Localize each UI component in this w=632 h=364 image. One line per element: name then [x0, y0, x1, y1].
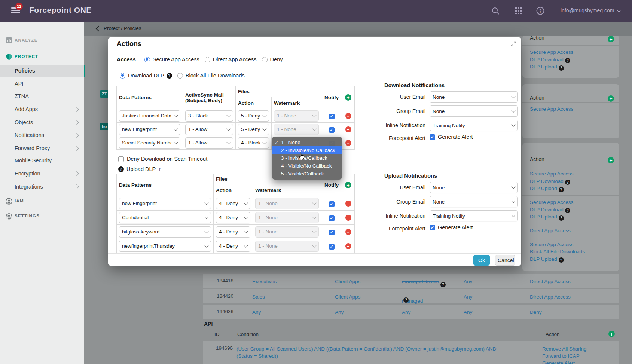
row-link[interactable]: Any [335, 309, 344, 316]
sidebar-section-settings[interactable]: SETTINGS [15, 214, 40, 218]
row-link[interactable]: Client Apps [335, 293, 360, 301]
menu-item[interactable]: 3 - Invisible/Callback [272, 154, 342, 162]
action-link[interactable]: Direct App Access [530, 227, 619, 235]
sidebar-item-add-apps[interactable]: Add Apps [15, 106, 38, 112]
watermark-select[interactable]: 1 - None [255, 198, 319, 209]
sidebar-item-ztna[interactable]: ZTNA [15, 93, 29, 99]
watermark-select[interactable]: 1 - None [255, 226, 319, 238]
data-pattern-select[interactable]: bitglass-keyword [119, 226, 211, 238]
file-action-select[interactable]: 4 - Deny [216, 241, 250, 252]
help-icon[interactable]: ? [559, 215, 564, 221]
data-pattern-select[interactable]: Social Security Number [119, 137, 180, 149]
activesync-select[interactable]: 1 - Allow [185, 137, 233, 149]
action-link[interactable]: Secure App Access [530, 241, 619, 248]
action-link[interactable]: DLP Download? [530, 206, 619, 214]
notify-checkbox[interactable]: ✓ [329, 244, 335, 250]
action-link[interactable]: DLP Upload? [530, 213, 619, 221]
help-icon[interactable]: ? [565, 180, 570, 185]
add-action-icon[interactable]: + [608, 157, 614, 163]
help-icon[interactable]: ? [559, 257, 564, 263]
file-action-select[interactable]: 5 - Deny [238, 110, 269, 122]
row-action-link[interactable]: Remove All Sharing [542, 345, 587, 353]
help-icon[interactable]: ? [565, 208, 570, 213]
data-pattern-select[interactable]: new Fingerprint [119, 124, 180, 135]
help-icon[interactable]: ? [565, 58, 570, 63]
row-action-link[interactable]: Forward to ICAP [542, 352, 580, 360]
action-link[interactable]: DLP Upload? [530, 185, 619, 192]
help-icon[interactable]: ? [167, 73, 172, 79]
app-grid-icon[interactable] [514, 6, 523, 15]
action-link[interactable]: Secure App Access [530, 49, 619, 56]
group-email-select[interactable]: None [430, 105, 518, 117]
remove-row-icon[interactable]: − [345, 243, 351, 249]
expand-icon[interactable] [510, 41, 516, 48]
row-action-link[interactable]: Direct App Access [530, 293, 571, 301]
help-icon[interactable]: ? [118, 166, 124, 172]
radio-download-dlp[interactable] [120, 73, 125, 79]
add-action-icon[interactable]: + [608, 331, 615, 337]
remove-row-icon[interactable]: − [345, 113, 351, 119]
back-chevron-icon[interactable] [96, 26, 102, 32]
account-menu[interactable]: info@mugsbymeg.com [561, 7, 620, 13]
sidebar-section-iam[interactable]: IAM [15, 199, 24, 203]
menu-item[interactable]: 5 - Visible/Callback [272, 170, 342, 178]
remove-row-icon[interactable]: − [345, 201, 351, 207]
sidebar-item-forward-proxy[interactable]: Forward Proxy [15, 145, 50, 151]
watermark-select[interactable]: 1 - None [255, 241, 319, 252]
remove-row-icon[interactable]: − [345, 229, 351, 235]
action-link[interactable]: DLP Upload? [530, 63, 619, 71]
inline-notification-select[interactable]: Training Notify [430, 210, 518, 221]
sidebar-item-notifications[interactable]: Notifications [15, 132, 44, 138]
data-pattern-select[interactable]: Confidential [119, 212, 211, 223]
radio-direct-app-access[interactable] [205, 57, 210, 62]
activesync-select[interactable]: 3 - Block [185, 110, 233, 122]
remove-row-icon[interactable]: − [345, 140, 351, 146]
data-pattern-select[interactable]: new Fingerprint [119, 198, 211, 209]
sidebar-item-objects[interactable]: Objects [15, 119, 33, 125]
remove-row-icon[interactable]: − [345, 215, 351, 221]
notify-checkbox[interactable]: ✓ [329, 127, 335, 133]
row-link[interactable]: Any [464, 278, 472, 285]
row-action-link[interactable]: Deny [530, 309, 542, 316]
menu-item[interactable]: ✓1 - None [272, 138, 342, 146]
notify-checkbox[interactable]: ✓ [329, 114, 335, 119]
sidebar-item-mobile-security[interactable]: Mobile Security [15, 157, 52, 163]
file-action-select[interactable]: 4 - Deny [216, 198, 250, 209]
ok-button[interactable]: Ok [473, 255, 490, 266]
action-link[interactable]: DLP Download? [530, 178, 619, 185]
radio-deny[interactable] [262, 57, 268, 62]
group-email-select[interactable]: None [430, 196, 518, 207]
action-link[interactable]: DLP Upload? [530, 256, 619, 263]
notify-checkbox[interactable]: ✓ [329, 215, 335, 221]
activesync-select[interactable]: 1 - Allow [185, 124, 233, 135]
file-action-select[interactable]: 4 - Block [238, 137, 269, 149]
sidebar-item-integrations[interactable]: Integrations [15, 184, 43, 190]
row-link[interactable]: Any [464, 293, 472, 301]
action-link[interactable]: Secure App Access [530, 170, 619, 178]
sidebar-item-encryption[interactable]: Encryption [15, 171, 40, 177]
add-row-icon[interactable]: + [345, 94, 351, 101]
help-icon[interactable]: ? [440, 282, 446, 287]
data-pattern-select[interactable]: newfingerprintThursday [119, 241, 211, 252]
watermark-select[interactable]: 1 - None [255, 212, 319, 223]
sidebar-item-api[interactable]: API [15, 81, 23, 87]
file-action-select[interactable]: 4 - Deny [216, 226, 250, 238]
notify-checkbox[interactable]: ✓ [329, 230, 335, 235]
add-row-icon[interactable]: + [345, 182, 351, 188]
action-link[interactable]: DLP Download? [530, 56, 619, 64]
row-action-link[interactable]: Direct App Access [530, 278, 571, 285]
row-link[interactable]: Any [252, 309, 261, 316]
file-action-select[interactable]: 4 - Deny [216, 212, 250, 223]
inline-notification-select[interactable]: Training Notify [430, 120, 518, 131]
add-action-icon[interactable]: + [608, 95, 614, 102]
remove-row-icon[interactable]: − [345, 126, 351, 132]
add-action-icon[interactable]: + [608, 36, 614, 42]
sidebar-section-protect[interactable]: PROTECT [15, 54, 38, 59]
user-email-select[interactable]: None [430, 182, 518, 193]
help-icon[interactable]: ? [403, 297, 409, 303]
generate-alert-checkbox[interactable]: ✓ [430, 134, 435, 140]
file-action-select[interactable]: 5 - Deny [238, 124, 269, 135]
menu-item[interactable]: 4 - Visible/No Callback [272, 162, 342, 170]
row-link[interactable]: Any [464, 309, 472, 316]
row-link[interactable]: Sales [252, 293, 265, 301]
